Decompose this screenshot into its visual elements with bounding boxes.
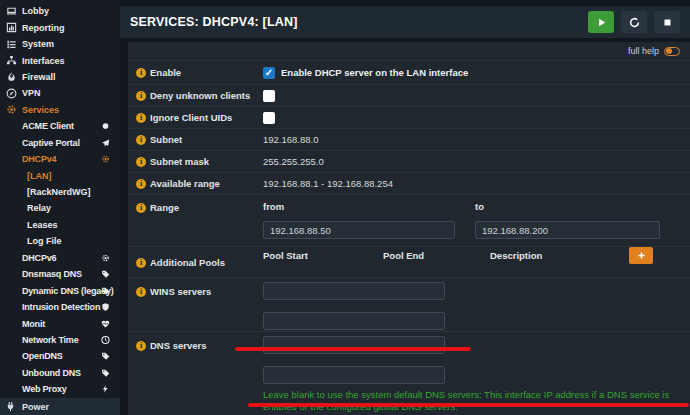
- sidebar-item-reporting[interactable]: Reporting: [0, 19, 120, 35]
- sidebar-item-dnsmasq-dns[interactable]: Dnsmasq DNS: [0, 266, 120, 282]
- gear-icon: [5, 104, 18, 115]
- sidebar-item-label: System: [22, 39, 54, 49]
- sidebar-item-label: Lobby: [22, 6, 49, 16]
- info-icon[interactable]: i: [136, 157, 146, 167]
- deny-unknown-clients-checkbox[interactable]: [263, 90, 275, 102]
- field-control: Pool StartPool EndDescription: [263, 247, 682, 264]
- wins-server-input-2[interactable]: [263, 312, 445, 330]
- sidebar-item-label: Relay: [27, 203, 51, 213]
- main-area: SERVICES: DHCPV4: [LAN] full help iEnabl…: [120, 0, 690, 415]
- sidebar-item-system[interactable]: System: [0, 36, 120, 52]
- sidebar-item-opendns[interactable]: OpenDNS: [0, 348, 120, 364]
- sidebar-item-relay[interactable]: Relay: [0, 200, 120, 216]
- field-control: [263, 90, 682, 102]
- sidebar-item-lobby[interactable]: Lobby: [0, 3, 120, 19]
- interfaces-icon: [5, 55, 18, 66]
- range-to-input[interactable]: [475, 221, 660, 239]
- field-control: 192.168.88.1 - 192.168.88.254: [263, 178, 682, 189]
- red-annotation-line-note: [248, 403, 689, 407]
- info-icon[interactable]: i: [136, 341, 146, 351]
- sidebar-item-power[interactable]: Power: [0, 398, 120, 415]
- sidebar-item-label: [LAN]: [27, 171, 52, 181]
- gear-icon: [101, 155, 110, 164]
- sidebar-item-network-time[interactable]: Network Time: [0, 332, 120, 348]
- pool-header-description: Description: [490, 250, 629, 261]
- enable-checkbox[interactable]: ✓: [263, 67, 275, 79]
- form-row-subnet: iSubnet192.168.88.0: [128, 128, 690, 150]
- apply-button[interactable]: [588, 11, 614, 33]
- sidebar-item-captive-portal[interactable]: Captive Portal: [0, 135, 120, 151]
- reload-button[interactable]: [621, 11, 647, 33]
- plus-icon: [637, 251, 646, 260]
- field-label: iDeny unknown clients: [136, 90, 263, 101]
- field-label-text: Subnet mask: [150, 156, 209, 167]
- field-control: fromto: [263, 195, 682, 239]
- dns-server-input-2[interactable]: [263, 366, 445, 384]
- info-icon[interactable]: i: [136, 113, 146, 123]
- field-label-text: Ignore Client UIDs: [150, 112, 232, 123]
- info-icon[interactable]: i: [136, 203, 146, 213]
- field-label: iSubnet mask: [136, 156, 263, 167]
- field-label-text: Additional Pools: [150, 257, 225, 268]
- info-icon[interactable]: i: [136, 135, 146, 145]
- form-rows: iEnable✓Enable DHCP server on the LAN in…: [128, 60, 690, 414]
- plug-icon: [5, 401, 16, 412]
- sidebar-item-dhcpv6[interactable]: DHCPv6: [0, 250, 120, 266]
- heartbeat-icon: [101, 319, 110, 328]
- sidebar-item-label: Unbound DNS: [22, 368, 81, 378]
- field-control: [263, 112, 682, 124]
- field-label-text: Deny unknown clients: [150, 90, 250, 101]
- info-icon[interactable]: i: [136, 91, 146, 101]
- full-help-control[interactable]: full help: [128, 42, 690, 60]
- sidebar: LobbyReportingSystemInterfacesFirewallVP…: [0, 0, 120, 415]
- full-help-toggle-icon[interactable]: [664, 47, 680, 56]
- sidebar-item-label: Monit: [22, 319, 45, 329]
- sidebar-item-label: OpenDNS: [22, 351, 63, 361]
- field-label-text: Available range: [150, 178, 220, 189]
- sidebar-item-acme-client[interactable]: ACME Client: [0, 118, 120, 134]
- ignore-client-uids-checkbox[interactable]: [263, 112, 275, 124]
- info-icon[interactable]: i: [136, 68, 146, 78]
- clock-icon: [101, 335, 110, 344]
- stop-icon: [662, 17, 673, 28]
- sidebar-item-racknerdwg[interactable]: [RackNerdWG]: [0, 184, 120, 200]
- sidebar-item-dhcpv4[interactable]: DHCPv4: [0, 151, 120, 167]
- form-row-available-range: iAvailable range192.168.88.1 - 192.168.8…: [128, 172, 690, 194]
- sidebar-item-leases[interactable]: Leases: [0, 217, 120, 233]
- stop-button[interactable]: [654, 11, 680, 33]
- sidebar-item-unbound-dns[interactable]: Unbound DNS: [0, 365, 120, 381]
- sidebar-item-label: Dynamic DNS (legacy): [22, 286, 114, 296]
- sidebar-item-firewall[interactable]: Firewall: [0, 69, 120, 85]
- field-label: iAvailable range: [136, 178, 263, 189]
- dns-server-input-1[interactable]: [263, 336, 445, 354]
- sidebar-item-web-proxy[interactable]: Web Proxy: [0, 381, 120, 397]
- sidebar-item-monit[interactable]: Monit: [0, 315, 120, 331]
- sidebar-item-lan[interactable]: [LAN]: [0, 167, 120, 183]
- vpn-icon: [5, 88, 18, 99]
- info-icon[interactable]: i: [136, 179, 146, 189]
- sidebar-item-dynamic-dns-legacy[interactable]: Dynamic DNS (legacy): [0, 282, 120, 298]
- sidebar-item-label: Web Proxy: [22, 384, 67, 394]
- reporting-icon: [5, 22, 18, 33]
- firewall-icon: [5, 71, 18, 82]
- wins-server-input-1[interactable]: [263, 282, 445, 300]
- info-icon[interactable]: i: [136, 287, 146, 297]
- page-title: SERVICES: DHCPV4: [LAN]: [130, 15, 298, 29]
- sidebar-item-interfaces[interactable]: Interfaces: [0, 52, 120, 68]
- sidebar-item-label: VPN: [22, 88, 41, 98]
- field-label: iEnable: [136, 67, 263, 78]
- field-control: 192.168.88.0: [263, 134, 682, 145]
- sidebar-item-log-file[interactable]: Log File: [0, 233, 120, 249]
- form-row-range: iRangefromto: [128, 194, 690, 246]
- tag-icon: [101, 270, 110, 279]
- sidebar-item-label: Captive Portal: [22, 138, 80, 148]
- sidebar-item-label: Firewall: [22, 72, 56, 82]
- range-from-input[interactable]: [263, 221, 455, 239]
- sidebar-item-intrusion-detection[interactable]: Intrusion Detection: [0, 299, 120, 315]
- sidebar-item-services[interactable]: Services: [0, 102, 120, 118]
- sidebar-item-vpn[interactable]: VPN: [0, 85, 120, 101]
- add-pool-button[interactable]: [629, 247, 653, 264]
- info-icon[interactable]: i: [136, 258, 146, 268]
- form-row-dns-servers: iDNS serversLeave blank to use the syste…: [128, 331, 690, 414]
- sidebar-item-label: Log File: [27, 236, 62, 246]
